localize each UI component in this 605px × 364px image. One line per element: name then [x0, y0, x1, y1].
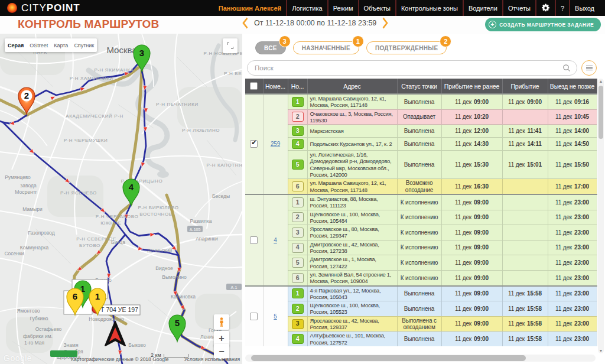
menu-item-объекты[interactable]: Объекты — [359, 0, 395, 16]
table-row[interactable]: 514-я Парковая ул., 12, Москва, Россия, … — [245, 286, 597, 301]
table-row[interactable]: 6ул. Маршала Савицкого, 12, к1, Москва, … — [245, 179, 597, 194]
table-row[interactable]: 5ул. Логистическая, 1/16, Домодедовский … — [245, 151, 597, 179]
point-address: ул. Маршала Савицкого, 12, к1, Москва, Р… — [307, 94, 397, 109]
table-row[interactable]: 2Щёлковское ш., 100, Москва, Россия, 105… — [245, 301, 597, 317]
table-row[interactable]: 3Ярославское ш., 80, Москва, Россия, 129… — [245, 225, 597, 240]
filter-tab-подтвержденные[interactable]: ПОДТВЕРЖДЕННЫЕ2 — [366, 41, 447, 54]
depart-not-later: 11 дек14:50 — [548, 138, 597, 151]
depart-not-later: 11 дек23:00 — [548, 194, 597, 210]
map-layer-карта[interactable]: Карта — [51, 43, 71, 48]
scroll-down-icon[interactable]: ▼ — [599, 349, 603, 353]
user-name[interactable]: Панюшкин Алексей — [214, 0, 286, 16]
filter-tab-назначенные[interactable]: НАЗНАЧЕННЫЕ1 — [293, 41, 359, 54]
point-status: К исполнению — [397, 270, 441, 285]
point-status: Выполнена — [397, 94, 441, 109]
route-checkbox[interactable] — [245, 286, 263, 346]
map-layer-ostreet[interactable]: OStreet — [27, 43, 51, 48]
horizontal-scrollbar[interactable] — [245, 355, 596, 362]
horizontal-scroll-thumb[interactable] — [251, 355, 526, 361]
filter-tabs: ВСЕ3НАЗНАЧЕННЫЕ1ПОДТВЕРЖДЕННЫЕ2 — [255, 41, 447, 54]
point-address: Щёлковское ш., 100, Москва, Россия, 1055… — [307, 301, 397, 317]
menu-item-контрольные-зоны[interactable]: Контрольные зоны — [396, 0, 463, 16]
map[interactable]: ПАРКМоскваР-Н НОВОГИРЕР-Н ЯКИМАНКАР-Н ХА… — [0, 34, 242, 364]
point-address: Ярославское ш., 42, Москва, Россия, 1293… — [307, 316, 397, 332]
svg-text:Мосрентг: Мосрентг — [15, 189, 37, 195]
svg-text:Губкино: Губкино — [30, 316, 48, 321]
prev-date-icon[interactable] — [242, 17, 248, 30]
svg-text:5: 5 — [175, 318, 180, 328]
route-checkbox[interactable] — [245, 194, 263, 286]
svg-text:Мамыри: Мамыри — [22, 206, 43, 212]
column-header: Выезд не позже — [548, 79, 597, 94]
arrival: 11 дек09:00 — [502, 94, 548, 109]
table-row[interactable]: 4Подольских Курсантов ул., 17, к. 2Выпол… — [245, 138, 597, 151]
point-number: 3 — [288, 125, 307, 138]
menu-item-режим[interactable]: Режим — [328, 0, 358, 16]
help-button[interactable]: ? — [556, 0, 569, 16]
map-terms-link[interactable]: Условия использования — [184, 356, 240, 362]
svg-text:Ямонтово: Ямонтово — [17, 308, 40, 314]
table-header-row: Номе...Но...АдресСтатус точкиПрибытие не… — [245, 79, 597, 94]
arrival — [502, 109, 548, 125]
table-row[interactable]: 2Очаковское ш., 3, Москва, Россия, 11953… — [245, 109, 597, 125]
svg-text:Р-Н ЯСЕНЕВО: Р-Н ЯСЕНЕВО — [60, 190, 97, 196]
map-layer-серая[interactable]: Серая — [5, 43, 27, 48]
header-checkbox[interactable] — [245, 79, 263, 94]
create-route-task-button[interactable]: + СОЗДАТЬ МАРШРУТНОЕ ЗАДАНИЕ — [485, 18, 601, 31]
map-layer-спутник[interactable]: Спутник — [71, 43, 97, 48]
table-row[interactable]: 5Дмитровское ш., 1, Москва, Россия, 1274… — [245, 255, 597, 271]
next-date-icon[interactable] — [382, 17, 388, 30]
svg-text:Калиновка: Калиновка — [171, 294, 196, 300]
scroll-up-icon[interactable]: ▲ — [599, 79, 603, 83]
menu-item-отчеты[interactable]: Отчеты — [503, 0, 535, 16]
vertical-scroll-thumb[interactable] — [599, 86, 603, 139]
search-box[interactable] — [247, 60, 577, 76]
table-row[interactable]: 2Щёлковское ш., 100, Москва, Россия, 105… — [245, 210, 597, 225]
svg-text:Р-Н БИРЮЛЕВО: Р-Н БИРЮЛЕВО — [138, 205, 178, 210]
logout-button[interactable]: Выход — [570, 0, 599, 16]
svg-text:БУТОВО: БУТОВО — [79, 243, 100, 248]
svg-text:Сосенки: Сосенки — [4, 251, 24, 256]
svg-text:Р-Н ЧЕРТАНОВО: Р-Н ЧЕРТАНОВО — [96, 214, 139, 219]
depart-not-later: 11 дек23:00 — [548, 286, 597, 301]
filter-tab-все[interactable]: ВСЕ3 — [255, 41, 286, 54]
list-settings-button[interactable] — [581, 60, 597, 76]
date-range: От 11-12-18 00:00 по 11-12-18 23:59 — [254, 19, 376, 27]
table-row[interactable]: 2591ул. Маршала Савицкого, 12, к1, Москв… — [245, 94, 597, 109]
table-row[interactable]: 3МарксистскаяВыполнена11 дек12:0011 дек1… — [245, 125, 597, 138]
depart-not-later: 11 дек23:00 — [548, 240, 597, 255]
search-input[interactable] — [255, 64, 562, 72]
menu-item-логистика[interactable]: Логистика — [287, 0, 327, 16]
vertical-scrollbar[interactable]: ▲ ▼ — [598, 79, 604, 353]
point-status: К исполнению — [397, 194, 441, 210]
arrival — [502, 194, 548, 210]
point-address: Очаковское ш., 3, Москва, Россия, 119530 — [307, 109, 397, 125]
route-checkbox[interactable] — [245, 94, 263, 194]
route-number-link[interactable]: 259 — [263, 94, 288, 194]
point-address: Ярославское ш., 80, Москва, Россия, 1293… — [307, 225, 397, 240]
point-address: Марксистская — [307, 125, 397, 138]
table-row[interactable]: 4Дмитровское ш., 42, Москва, Россия, 127… — [245, 240, 597, 255]
svg-text:А-105: А-105 — [190, 228, 201, 232]
table-row[interactable]: 41ш. Энтузиастов, 88, Москва, Россия, 11… — [245, 194, 597, 210]
point-number: 2 — [288, 210, 307, 225]
point-number: 3 — [288, 225, 307, 240]
citypoint-logo: CITYPOINT — [7, 2, 80, 14]
depart-not-later: 11 дек10:45 — [548, 109, 597, 125]
svg-text:Новодрожжино: Новодрожжино — [89, 316, 124, 322]
svg-text:6: 6 — [73, 291, 77, 301]
settings-gear-icon[interactable] — [536, 0, 555, 16]
arrival: 11 дек11:41 — [502, 125, 548, 138]
table-row[interactable]: 4Алтуфьевское ш., 101, Москва, Россия, 1… — [245, 332, 597, 346]
depart-not-later: 11 дек23:00 — [548, 270, 597, 285]
table-row[interactable]: 6ул. Земляной Вал, 54 строение 1, Москва… — [245, 270, 597, 285]
fullscreen-button[interactable] — [223, 38, 238, 53]
table-row[interactable]: 3Ярославское ш., 42, Москва, Россия, 129… — [245, 316, 597, 332]
menu-item-водители[interactable]: Водители — [464, 0, 502, 16]
svg-text:Коммунарка: Коммунарка — [20, 245, 49, 251]
route-number-link[interactable]: 5 — [263, 286, 288, 346]
map-attribution: Картографические данные © 2018 Google — [71, 356, 169, 362]
svg-text:Быково: Быково — [128, 342, 146, 348]
arrival — [502, 210, 548, 225]
route-number-link[interactable]: 4 — [263, 194, 288, 286]
